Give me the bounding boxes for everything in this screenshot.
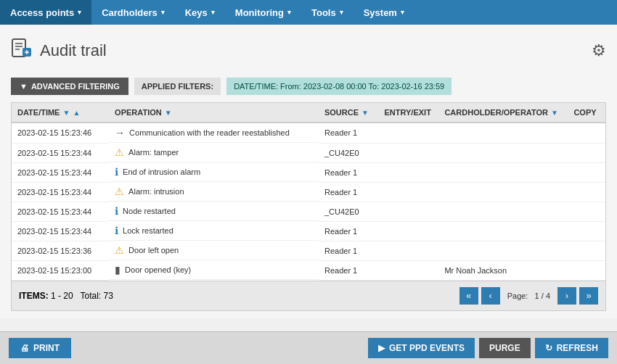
- arrow-icon: →: [115, 127, 125, 138]
- copy-col-label: COPY: [573, 108, 596, 117]
- info-icon: ℹ: [115, 225, 118, 236]
- source-filter-icon[interactable]: ▼: [361, 109, 369, 117]
- items-info: ITEMS: 1 - 20 Total: 73: [19, 291, 113, 301]
- cell-source: Reader 1: [319, 123, 379, 143]
- info-icon: ℹ: [115, 166, 118, 178]
- print-button[interactable]: 🖨 PRINT: [9, 338, 71, 358]
- cell-datetime: 2023-02-15 15:23:00: [12, 260, 109, 280]
- applied-filters-label: APPLIED FILTERS:: [134, 78, 221, 95]
- cell-cardholder: [438, 143, 568, 162]
- cell-operation: ⚠ Alarm: intrusion: [109, 182, 319, 202]
- nav-system[interactable]: System ▾: [354, 0, 414, 25]
- datetime-sort-desc[interactable]: ▼: [62, 109, 70, 117]
- page-controls: « ‹ Page: 1 / 4 › »: [459, 287, 598, 305]
- filter-bar: ▼ ADVANCED FILTERING APPLIED FILTERS: DA…: [11, 78, 606, 95]
- table-header-row: DATE/TIME ▼ ▲ OPERATION ▼ SOURCE: [12, 103, 605, 123]
- col-copy: COPY: [568, 103, 605, 123]
- nav-keys[interactable]: Keys ▾: [175, 0, 225, 25]
- cell-entry-exit: [379, 202, 439, 221]
- operation-text: Alarm: intrusion: [128, 187, 184, 196]
- operation-col-label: OPERATION: [115, 108, 162, 117]
- nav-access-points-label: Access points: [10, 7, 74, 18]
- operation-text: Alarm: tamper: [128, 148, 179, 157]
- printer-icon: 🖨: [20, 343, 29, 353]
- source-col-label: SOURCE: [324, 108, 359, 117]
- nav-monitoring[interactable]: Monitoring ▾: [225, 0, 301, 25]
- table-row: 2023-02-15 15:23:44 ⚠ Alarm: tamper _CU4…: [12, 143, 605, 162]
- nav-system-label: System: [364, 7, 397, 18]
- page-info: Page: 1 / 4: [503, 291, 555, 300]
- table-row: 2023-02-15 15:23:44 ⚠ Alarm: intrusion R…: [12, 182, 605, 202]
- cardholder-filter-icon[interactable]: ▼: [551, 109, 558, 117]
- cell-cardholder: [438, 202, 568, 221]
- advanced-filtering-button[interactable]: ▼ ADVANCED FILTERING: [11, 78, 128, 95]
- chevron-down-icon: ▾: [211, 9, 215, 16]
- cell-operation: ▮ Door opened (key): [109, 260, 319, 280]
- table-row: 2023-02-15 15:23:00 ▮ Door opened (key) …: [12, 260, 605, 280]
- cell-cardholder: [438, 162, 568, 182]
- total-label: Total: 73: [81, 291, 113, 301]
- settings-button[interactable]: ⚙: [592, 41, 606, 60]
- nav-tools-label: Tools: [311, 7, 336, 18]
- cell-cardholder: [438, 123, 568, 143]
- cell-entry-exit: [379, 162, 439, 182]
- cell-copy: [568, 162, 605, 182]
- cell-entry-exit: [379, 143, 439, 162]
- nav-cardholders-label: Cardholders: [102, 7, 158, 18]
- table-row: 2023-02-15 15:23:44 ℹ Node restarted _CU…: [12, 202, 605, 221]
- cell-cardholder: [438, 221, 568, 241]
- table-row: 2023-02-15 15:23:46 → Communication with…: [12, 123, 605, 143]
- table-row: 2023-02-15 15:23:44 ℹ End of intrusion a…: [12, 162, 605, 182]
- bottom-bar: 🖨 PRINT ▶ GET PPD EVENTS PURGE ↻ REFRESH: [0, 331, 617, 364]
- datetime-sort-asc[interactable]: ▲: [73, 109, 80, 117]
- get-ppd-events-button[interactable]: ▶ GET PPD EVENTS: [368, 338, 475, 358]
- main-content: Audit trail ⚙ ▼ ADVANCED FILTERING APPLI…: [0, 25, 617, 318]
- page-title: Audit trail: [40, 41, 107, 60]
- audit-table: DATE/TIME ▼ ▲ OPERATION ▼ SOURCE: [11, 102, 606, 311]
- cell-source: Reader 1: [319, 241, 379, 260]
- cell-datetime: 2023-02-15 15:23:44: [12, 182, 109, 202]
- cell-copy: [568, 182, 605, 202]
- ppd-icon: ▶: [378, 343, 385, 353]
- cell-source: _CU42E0: [319, 202, 379, 221]
- audit-trail-icon: [11, 38, 33, 63]
- items-label: ITEMS:: [19, 291, 49, 301]
- cell-copy: [568, 202, 605, 221]
- refresh-icon: ↻: [545, 343, 552, 353]
- cell-datetime: 2023-02-15 15:23:44: [12, 202, 109, 221]
- cell-datetime: 2023-02-15 15:23:44: [12, 162, 109, 182]
- pagination-bar: ITEMS: 1 - 20 Total: 73 « ‹ Page: 1 / 4 …: [12, 281, 605, 310]
- nav-tools[interactable]: Tools ▾: [301, 0, 354, 25]
- cell-source: Reader 1: [319, 221, 379, 241]
- cell-datetime: 2023-02-15 15:23:46: [12, 123, 109, 143]
- cell-operation: ℹ Lock restarted: [109, 221, 319, 241]
- cell-entry-exit: [379, 260, 439, 280]
- items-range: 1 - 20: [51, 291, 73, 301]
- print-label: PRINT: [33, 343, 60, 353]
- cell-source: Reader 1: [319, 182, 379, 202]
- prev-page-button[interactable]: ‹: [481, 287, 500, 305]
- right-buttons: ▶ GET PPD EVENTS PURGE ↻ REFRESH: [368, 338, 608, 358]
- chevron-down-icon: ▾: [401, 9, 404, 16]
- warn-icon: ⚠: [115, 146, 124, 158]
- advanced-filtering-label: ADVANCED FILTERING: [31, 82, 120, 91]
- refresh-button[interactable]: ↻ REFRESH: [535, 338, 608, 358]
- col-datetime: DATE/TIME ▼ ▲: [12, 103, 109, 123]
- cell-cardholder: [438, 241, 568, 260]
- table-row: 2023-02-15 15:23:36 ⚠ Door left open Rea…: [12, 241, 605, 260]
- operation-filter-icon[interactable]: ▼: [165, 109, 172, 117]
- operation-text: End of intrusion alarm: [123, 167, 200, 176]
- refresh-label: REFRESH: [557, 343, 598, 353]
- chevron-down-icon: ▾: [78, 9, 81, 16]
- nav-cardholders[interactable]: Cardholders ▾: [91, 0, 175, 25]
- purge-button[interactable]: PURGE: [479, 338, 531, 358]
- cell-copy: [568, 123, 605, 143]
- cell-entry-exit: [379, 123, 439, 143]
- cell-cardholder: Mr Noah Jackson: [438, 260, 568, 280]
- cell-copy: [568, 260, 605, 280]
- first-page-button[interactable]: «: [459, 287, 478, 305]
- col-source: SOURCE ▼: [319, 103, 379, 123]
- next-page-button[interactable]: ›: [557, 287, 576, 305]
- last-page-button[interactable]: »: [579, 287, 598, 305]
- nav-access-points[interactable]: Access points ▾: [0, 0, 91, 25]
